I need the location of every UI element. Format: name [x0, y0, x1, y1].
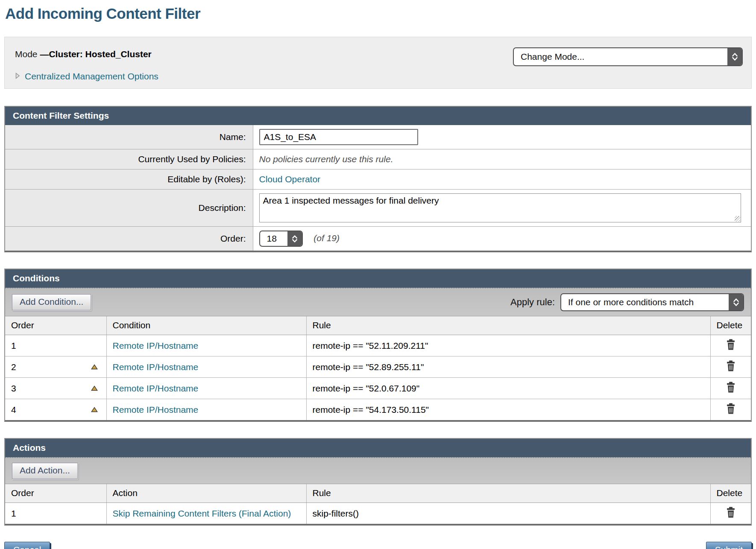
- order-select[interactable]: 18: [259, 231, 303, 247]
- settings-section-header: Content Filter Settings: [5, 107, 751, 125]
- apply-rule-select-value: If one or more conditions match: [561, 294, 729, 310]
- move-up-icon[interactable]: [91, 364, 98, 370]
- name-label: Name:: [5, 125, 253, 149]
- condition-row: 3 Remote IP/Hostname remote-ip == "52.0.…: [5, 378, 751, 399]
- page-title: Add Incoming Content Filter: [5, 5, 752, 22]
- action-rule: skip-filters(): [313, 508, 359, 518]
- condition-order: 2: [11, 362, 16, 372]
- select-stepper-icon: [729, 294, 743, 310]
- action-row: 1 Skip Remaining Content Filters (Final …: [5, 503, 751, 524]
- condition-link[interactable]: Remote IP/Hostname: [113, 383, 199, 393]
- mode-label: Mode: [15, 49, 38, 59]
- submit-button[interactable]: Submit: [706, 542, 752, 549]
- conditions-col-rule: Rule: [306, 316, 710, 335]
- centralized-management-options-link[interactable]: Centralized Management Options: [15, 71, 158, 82]
- description-label: Description:: [5, 190, 253, 227]
- action-order: 1: [11, 508, 16, 518]
- actions-toolbar: Add Action...: [5, 457, 751, 484]
- cancel-button[interactable]: Cancel: [4, 542, 50, 549]
- delete-condition-button[interactable]: [726, 382, 736, 393]
- policies-value: No policies currently use this rule.: [259, 154, 393, 164]
- actions-section-header: Actions: [5, 439, 751, 457]
- conditions-section-header: Conditions: [5, 269, 751, 288]
- mode-value: —Cluster: Hosted_Cluster: [40, 49, 151, 59]
- centralized-management-options-label: Centralized Management Options: [25, 71, 158, 82]
- condition-link[interactable]: Remote IP/Hostname: [113, 362, 199, 372]
- actions-col-delete: Delete: [710, 484, 751, 503]
- condition-order: 3: [11, 383, 16, 394]
- actions-col-action: Action: [106, 484, 306, 503]
- conditions-col-order: Order: [5, 316, 106, 335]
- condition-link[interactable]: Remote IP/Hostname: [113, 341, 199, 350]
- order-label: Order:: [5, 227, 253, 251]
- editable-label: Editable by (Roles):: [5, 169, 253, 190]
- condition-rule: remote-ip == "54.173.50.115": [313, 405, 429, 415]
- delete-action-button[interactable]: [726, 507, 736, 518]
- apply-rule-label: Apply rule:: [510, 297, 555, 308]
- condition-link[interactable]: Remote IP/Hostname: [113, 405, 199, 415]
- mode-panel: Mode —Cluster: Hosted_Cluster Change Mod…: [4, 37, 752, 89]
- select-stepper-icon: [727, 48, 742, 65]
- actions-table: Order Action Rule Delete 1 Skip Remainin…: [5, 484, 751, 524]
- conditions-col-delete: Delete: [710, 316, 751, 335]
- settings-row-editable: Editable by (Roles): Cloud Operator: [5, 169, 751, 190]
- delete-condition-button[interactable]: [726, 339, 736, 350]
- policies-label: Currently Used by Policies:: [5, 149, 253, 169]
- action-link[interactable]: Skip Remaining Content Filters (Final Ac…: [113, 508, 291, 518]
- delete-condition-button[interactable]: [726, 403, 736, 414]
- description-textarea[interactable]: Area 1 inspected messages for final deli…: [259, 193, 741, 222]
- condition-row: 1 Remote IP/Hostname remote-ip == "52.11…: [5, 335, 751, 356]
- conditions-table: Order Condition Rule Delete 1 Remote IP/…: [5, 316, 751, 420]
- actions-section: Actions Add Action... Order Action Rule …: [4, 438, 752, 526]
- condition-order: 4: [11, 405, 16, 415]
- delete-condition-button[interactable]: [726, 360, 736, 371]
- add-action-button[interactable]: Add Action...: [12, 463, 78, 479]
- condition-row: 4 Remote IP/Hostname remote-ip == "54.17…: [5, 399, 751, 421]
- conditions-section: Conditions Add Condition... Apply rule: …: [4, 269, 752, 422]
- settings-table: Name: Currently Used by Policies: No pol…: [5, 125, 751, 251]
- apply-rule-group: Apply rule: If one or more conditions ma…: [510, 293, 744, 311]
- name-input[interactable]: [259, 129, 418, 145]
- order-select-value: 18: [260, 231, 287, 246]
- content-filter-settings-section: Content Filter Settings Name: Currently …: [4, 106, 752, 252]
- condition-rule: remote-ip == "52.11.209.211": [313, 341, 428, 350]
- order-total: (of 19): [314, 233, 340, 243]
- condition-rule: remote-ip == "52.0.67.109": [313, 383, 420, 393]
- settings-row-policies: Currently Used by Policies: No policies …: [5, 149, 751, 169]
- conditions-col-condition: Condition: [106, 316, 306, 335]
- settings-row-name: Name:: [5, 125, 751, 149]
- expand-triangle-icon: [15, 71, 20, 82]
- settings-row-order: Order: 18 (of 19): [5, 227, 751, 251]
- condition-rule: remote-ip == "52.89.255.11": [313, 362, 424, 372]
- footer-bar: Cancel Submit: [4, 542, 752, 549]
- apply-rule-select[interactable]: If one or more conditions match: [560, 293, 744, 311]
- condition-row: 2 Remote IP/Hostname remote-ip == "52.89…: [5, 356, 751, 378]
- conditions-toolbar: Add Condition... Apply rule: If one or m…: [5, 288, 751, 316]
- actions-col-order: Order: [5, 484, 106, 503]
- change-mode-select[interactable]: Change Mode...: [513, 47, 743, 66]
- move-up-icon[interactable]: [91, 407, 98, 412]
- change-mode-select-value: Change Mode...: [514, 48, 727, 65]
- actions-col-rule: Rule: [306, 484, 710, 503]
- cloud-operator-link[interactable]: Cloud Operator: [259, 174, 321, 184]
- add-condition-button[interactable]: Add Condition...: [12, 294, 91, 310]
- select-stepper-icon: [287, 231, 302, 246]
- settings-row-description: Description: Area 1 inspected messages f…: [5, 190, 751, 227]
- move-up-icon[interactable]: [91, 385, 98, 391]
- condition-order: 1: [11, 341, 16, 351]
